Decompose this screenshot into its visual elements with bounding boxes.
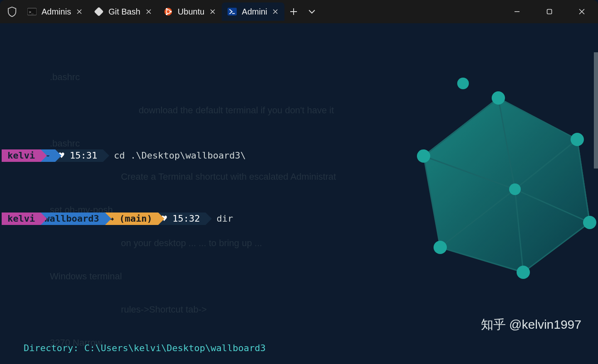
tab-ubuntu[interactable]: Ubuntu: [158, 2, 222, 21]
prompt-user-seg: kelvi: [2, 149, 41, 162]
tab-dropdown-button[interactable]: [303, 2, 321, 21]
tab-label: Ubuntu: [178, 7, 205, 17]
svg-text:>_: >_: [29, 10, 34, 14]
close-icon[interactable]: [209, 8, 216, 15]
close-icon[interactable]: [145, 8, 152, 15]
tab-label: Git Bash: [108, 7, 140, 17]
svg-line-19: [424, 98, 498, 156]
prompt-line: kelvi wallboard3 → (main) ♥ 15:32 dir: [2, 213, 596, 225]
dir-listing: Directory: C:\Users\kelvi\Desktop\wallbo…: [2, 284, 596, 364]
tab-label: Adminis: [42, 7, 71, 17]
command-text: dir: [216, 213, 233, 225]
svg-line-13: [498, 98, 515, 189]
new-tab-button[interactable]: [284, 2, 303, 21]
svg-point-6: [166, 8, 167, 10]
shield-icon: [7, 6, 17, 17]
command-text: cd .\Desktop\wallboard3\: [114, 149, 246, 162]
svg-marker-12: [424, 98, 590, 272]
ubuntu-icon: [164, 7, 173, 16]
svg-line-14: [515, 139, 577, 189]
tab-label: Admini: [242, 7, 267, 17]
tab-git-bash[interactable]: Git Bash: [88, 2, 158, 21]
svg-point-29: [457, 78, 469, 89]
svg-point-23: [571, 133, 584, 146]
tab-admin-cmd[interactable]: >_ Adminis: [22, 2, 88, 21]
close-icon[interactable]: [76, 8, 83, 15]
svg-line-16: [515, 189, 523, 272]
svg-point-25: [517, 266, 530, 279]
svg-point-22: [492, 91, 505, 105]
terminal-viewport[interactable]: .bashrc download the default terminal if…: [0, 23, 598, 364]
titlebar: >_ Adminis Git Bash Ubuntu Admini: [0, 0, 598, 23]
minimize-button[interactable]: [501, 0, 533, 23]
tab-admin-ps[interactable]: Admini: [222, 2, 284, 21]
maximize-button[interactable]: [533, 0, 566, 23]
svg-point-7: [166, 13, 167, 15]
powershell-icon: [228, 7, 237, 16]
prompt-user-seg: kelvi: [2, 213, 41, 225]
svg-point-5: [170, 11, 172, 12]
prompt-line: kelvi ~ ♥ 15:31 cd .\Desktop\wallboard3\: [2, 149, 596, 162]
close-icon[interactable]: [272, 8, 279, 15]
svg-rect-2: [94, 7, 103, 16]
directory-path-line: Directory: C:\Users\kelvi\Desktop\wallbo…: [2, 342, 596, 354]
svg-rect-11: [547, 10, 552, 14]
close-window-button[interactable]: [566, 0, 598, 23]
svg-point-26: [434, 241, 447, 254]
cmd-icon: >_: [27, 7, 37, 16]
svg-point-28: [509, 183, 521, 195]
git-icon: [94, 7, 103, 16]
svg-line-21: [440, 247, 523, 272]
background-network-icon: [390, 73, 598, 289]
